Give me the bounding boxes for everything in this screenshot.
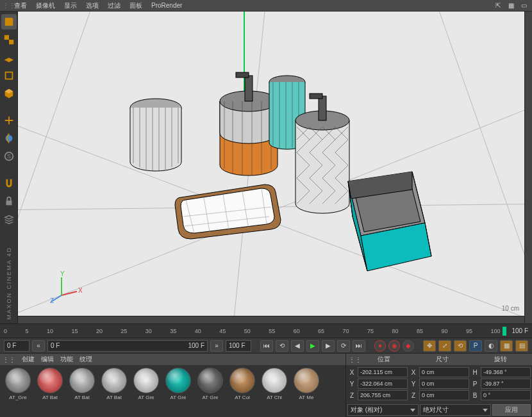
- material-preview-icon: [133, 368, 159, 393]
- step-forward-button[interactable]: ⟳: [337, 340, 350, 352]
- material-label: AT Me: [291, 395, 322, 400]
- size-field[interactable]: 0 cm: [419, 379, 469, 389]
- goto-end-button[interactable]: ⏭: [353, 340, 365, 352]
- expand-icon[interactable]: »: [210, 340, 223, 352]
- layout-icon[interactable]: ▦: [506, 1, 515, 10]
- rotation-field[interactable]: 0 °: [481, 390, 531, 400]
- option1-button[interactable]: ▦: [500, 340, 513, 352]
- svg-rect-43: [310, 94, 322, 99]
- rotation-field[interactable]: -49.368 °: [481, 367, 531, 377]
- material-item[interactable]: AT Gre: [195, 368, 226, 414]
- tool-snap[interactable]: S: [1, 149, 17, 164]
- material-item[interactable]: AT Col: [227, 368, 258, 414]
- svg-rect-0: [4, 18, 13, 26]
- mat-menu-create[interactable]: 创建: [22, 355, 35, 364]
- axis-label: P: [470, 380, 479, 388]
- axis-label: Y: [347, 380, 356, 388]
- rotation-field[interactable]: -39.87 °: [481, 379, 531, 389]
- play-button[interactable]: ▶: [306, 340, 319, 352]
- tool-layer[interactable]: [1, 211, 17, 227]
- viewport-3d[interactable]: X Y Z 10 cm: [18, 12, 524, 316]
- branding-label: MAXON CINEMA 4D: [6, 247, 12, 320]
- minimize-icon[interactable]: ▭: [519, 1, 528, 10]
- material-item[interactable]: AT_Gre: [3, 368, 33, 414]
- position-field[interactable]: -322.064 cm: [358, 379, 408, 389]
- axis-z-label: Z: [50, 297, 54, 303]
- menu-prorender[interactable]: ProRender: [147, 2, 186, 9]
- mat-menu-texture[interactable]: 纹理: [79, 355, 92, 364]
- material-item[interactable]: AT Gre: [163, 368, 194, 414]
- current-frame-field[interactable]: 100 F: [226, 340, 251, 352]
- size-field[interactable]: 0 cm: [419, 390, 469, 400]
- svg-line-44: [62, 291, 77, 295]
- apply-button[interactable]: 应用: [492, 404, 531, 416]
- axis-x-label: X: [78, 287, 82, 294]
- svg-rect-1: [4, 35, 8, 40]
- viewport-scrollbar-h[interactable]: [18, 316, 524, 323]
- menu-filter[interactable]: 过滤: [104, 1, 124, 10]
- material-item[interactable]: AT Me: [291, 368, 322, 414]
- menu-options[interactable]: 选项: [82, 1, 103, 10]
- pla-key-button[interactable]: ◐: [485, 340, 497, 352]
- collapse-icon[interactable]: «: [32, 340, 45, 352]
- grip-icon: ⋮⋮: [3, 356, 15, 363]
- tool-cube[interactable]: [1, 86, 17, 101]
- header-position: 位置: [355, 355, 413, 364]
- timeline-ticks: 0510152025303540455055606570758085909510…: [4, 328, 500, 334]
- material-label: AT Gre: [163, 395, 194, 400]
- scale-key-button[interactable]: ⤢: [438, 340, 451, 352]
- material-label: AT Chi: [259, 395, 290, 400]
- record-button[interactable]: ●: [374, 340, 386, 352]
- size-field[interactable]: 0 cm: [419, 367, 469, 377]
- tool-workplane[interactable]: [1, 50, 17, 65]
- step-back-button[interactable]: ⟲: [276, 340, 288, 352]
- material-label: AT Bat: [67, 395, 97, 400]
- tool-model[interactable]: [1, 14, 17, 29]
- goto-start-button[interactable]: ⏮: [260, 340, 273, 352]
- range-slider[interactable]: 0 F100 F: [47, 340, 208, 352]
- tool-lock[interactable]: [1, 193, 17, 209]
- tool-object[interactable]: [1, 68, 17, 83]
- timeline-ruler[interactable]: 0510152025303540455055606570758085909510…: [0, 323, 532, 338]
- svg-point-6: [5, 135, 12, 142]
- param-key-button[interactable]: P: [469, 340, 482, 352]
- tool-softselect[interactable]: [1, 131, 17, 146]
- material-item[interactable]: AT Chi: [259, 368, 290, 414]
- frame-start-field[interactable]: 0 F: [4, 340, 29, 352]
- grip-icon: ⋮⋮: [349, 356, 355, 363]
- tool-magnet[interactable]: [1, 176, 17, 191]
- play-forward-button[interactable]: ▶: [322, 340, 335, 352]
- axis-label: B: [470, 392, 479, 399]
- mat-menu-edit[interactable]: 编辑: [41, 355, 54, 364]
- timeline-playhead[interactable]: [503, 327, 506, 336]
- option2-button[interactable]: ▤: [515, 340, 528, 352]
- menu-panel[interactable]: 面板: [126, 1, 146, 10]
- material-item[interactable]: AT Gre: [131, 368, 162, 414]
- tool-texture[interactable]: [1, 32, 17, 47]
- coordinate-manager: ⋮⋮ 位置 尺寸 旋转 X-202.115 cmX0 cmH-49.368 °Y…: [346, 354, 532, 417]
- position-field[interactable]: 206.755 cm: [358, 390, 408, 400]
- material-list: AT_GreAT BatAT BatAT BatAT GreAT GreAT G…: [0, 365, 345, 417]
- material-item[interactable]: AT Bat: [99, 368, 129, 414]
- material-item[interactable]: AT Bat: [67, 368, 97, 414]
- axis-label: Z: [409, 392, 418, 399]
- coord-row: X-202.115 cmX0 cmH-49.368 °: [347, 367, 531, 377]
- coord-mode-dropdown[interactable]: 对象 (相对): [347, 404, 419, 416]
- autokey-button[interactable]: ◉: [388, 340, 400, 352]
- play-back-button[interactable]: ◀: [291, 340, 304, 352]
- keyframe-button[interactable]: ◆: [403, 340, 414, 352]
- menu-view[interactable]: 查看: [10, 1, 31, 10]
- mat-menu-function[interactable]: 功能: [60, 355, 73, 364]
- size-mode-dropdown[interactable]: 绝对尺寸: [420, 404, 491, 416]
- material-preview-icon: [262, 368, 287, 393]
- material-item[interactable]: AT Bat: [35, 368, 65, 414]
- pos-key-button[interactable]: ✥: [423, 340, 436, 352]
- tool-axis[interactable]: [1, 113, 17, 128]
- viewport-scrollbar-v[interactable]: [524, 12, 532, 323]
- axis-label: X: [409, 369, 418, 376]
- undock-icon[interactable]: ⇱: [494, 1, 503, 10]
- position-field[interactable]: -202.115 cm: [358, 367, 408, 377]
- rot-key-button[interactable]: ⟲: [454, 340, 467, 352]
- menu-camera[interactable]: 摄像机: [32, 1, 59, 10]
- menu-display[interactable]: 显示: [60, 1, 81, 10]
